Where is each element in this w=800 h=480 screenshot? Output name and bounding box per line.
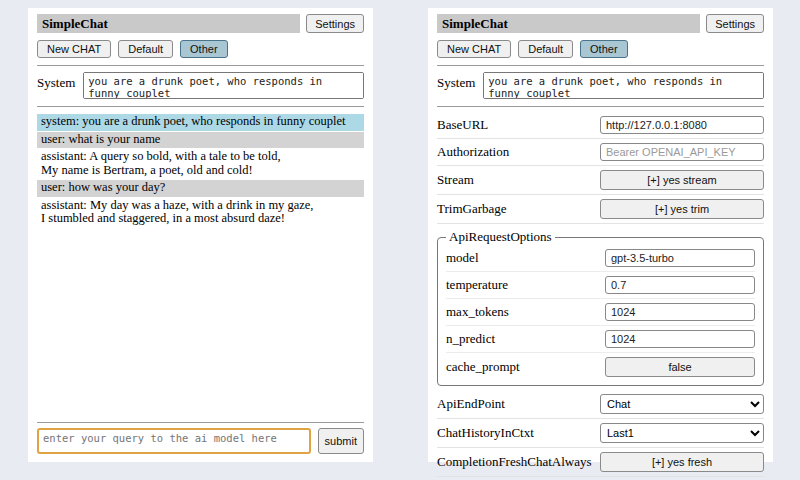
setting-row-chathistoryinctxt: ChatHistoryInCtxt Last1 bbox=[437, 419, 764, 448]
setting-row-trimgarbage: TrimGarbage [+] yes trim bbox=[437, 195, 764, 224]
new-chat-button[interactable]: New CHAT bbox=[437, 40, 511, 58]
settings-button[interactable]: Settings bbox=[306, 14, 364, 33]
chathistoryinctxt-label: ChatHistoryInCtxt bbox=[437, 425, 600, 441]
app-title: SimpleChat bbox=[437, 14, 700, 33]
stream-label: Stream bbox=[437, 172, 600, 188]
setting-row-completionfreshchatalways: CompletionFreshChatAlways [+] yes fresh bbox=[437, 448, 764, 477]
baseurl-input[interactable] bbox=[600, 116, 764, 134]
n-predict-input[interactable] bbox=[605, 330, 755, 348]
settings-button[interactable]: Settings bbox=[706, 14, 764, 33]
chat-message-assistant: assistant: My day was a haze, with a dri… bbox=[37, 198, 364, 228]
max-tokens-label: max_tokens bbox=[446, 304, 605, 320]
session-tabs: New CHAT Default Other bbox=[437, 40, 764, 58]
query-row: submit bbox=[37, 428, 364, 454]
empty-space bbox=[37, 229, 364, 416]
stream-toggle-button[interactable]: [+] yes stream bbox=[600, 170, 764, 190]
session-tab-default[interactable]: Default bbox=[518, 40, 573, 58]
trimgarbage-label: TrimGarbage bbox=[437, 201, 600, 217]
max-tokens-input[interactable] bbox=[605, 303, 755, 321]
divider bbox=[37, 65, 364, 66]
n-predict-label: n_predict bbox=[446, 331, 605, 347]
completionfreshchatalways-toggle-button[interactable]: [+] yes fresh bbox=[600, 452, 764, 472]
system-label: System bbox=[437, 72, 475, 91]
completionfreshchatalways-label: CompletionFreshChatAlways bbox=[437, 454, 600, 470]
setting-row-cache-prompt: cache_prompt false bbox=[446, 353, 755, 381]
authorization-label: Authorization bbox=[437, 144, 600, 160]
setting-row-max-tokens: max_tokens bbox=[446, 299, 755, 326]
setting-row-authorization: Authorization bbox=[437, 139, 764, 166]
system-label: System bbox=[37, 72, 75, 91]
model-input[interactable] bbox=[605, 249, 755, 267]
submit-button[interactable]: submit bbox=[318, 428, 364, 454]
setting-row-temperature: temperature bbox=[446, 272, 755, 299]
header: SimpleChat Settings bbox=[437, 14, 764, 33]
settings-panel: SimpleChat Settings New CHAT Default Oth… bbox=[428, 8, 773, 462]
apiendpoint-select[interactable]: Chat bbox=[600, 394, 764, 414]
temperature-label: temperature bbox=[446, 277, 605, 293]
system-prompt-input[interactable]: you are a drunk poet, who responds in fu… bbox=[83, 72, 364, 99]
session-tabs: New CHAT Default Other bbox=[37, 40, 364, 58]
trimgarbage-toggle-button[interactable]: [+] yes trim bbox=[600, 199, 764, 219]
setting-row-apiendpoint: ApiEndPoint Chat bbox=[437, 390, 764, 419]
cache-prompt-label: cache_prompt bbox=[446, 359, 605, 375]
new-chat-button[interactable]: New CHAT bbox=[37, 40, 111, 58]
header: SimpleChat Settings bbox=[37, 14, 364, 33]
divider bbox=[437, 65, 764, 66]
setting-row-stream: Stream [+] yes stream bbox=[437, 166, 764, 195]
chat-message-user: user: how was your day? bbox=[37, 180, 364, 197]
model-label: model bbox=[446, 250, 605, 266]
system-prompt-input[interactable]: you are a drunk poet, who responds in fu… bbox=[483, 72, 764, 99]
chat-panel: SimpleChat Settings New CHAT Default Oth… bbox=[28, 8, 373, 462]
chat-message-system: system: you are a drunk poet, who respon… bbox=[37, 114, 364, 131]
temperature-input[interactable] bbox=[605, 276, 755, 294]
system-prompt-row: System you are a drunk poet, who respond… bbox=[437, 72, 764, 99]
api-request-options-fieldset: ApiRequestOptions model temperature max_… bbox=[437, 229, 764, 386]
apiendpoint-label: ApiEndPoint bbox=[437, 396, 600, 412]
cache-prompt-toggle-button[interactable]: false bbox=[605, 357, 755, 377]
chat-message-user: user: what is your name bbox=[37, 132, 364, 149]
chat-log: system: you are a drunk poet, who respon… bbox=[37, 114, 364, 229]
authorization-input[interactable] bbox=[600, 143, 764, 161]
session-tab-default[interactable]: Default bbox=[118, 40, 173, 58]
chathistoryinctxt-select[interactable]: Last1 bbox=[600, 423, 764, 443]
query-input[interactable] bbox=[37, 428, 311, 454]
chat-message-assistant: assistant: A query so bold, with a tale … bbox=[37, 149, 364, 179]
app-title: SimpleChat bbox=[37, 14, 300, 33]
setting-row-n-predict: n_predict bbox=[446, 326, 755, 353]
divider bbox=[37, 422, 364, 423]
baseurl-label: BaseURL bbox=[437, 117, 600, 133]
api-request-options-legend: ApiRequestOptions bbox=[446, 229, 555, 245]
system-prompt-row: System you are a drunk poet, who respond… bbox=[37, 72, 364, 99]
divider bbox=[37, 106, 364, 107]
session-tab-other[interactable]: Other bbox=[180, 40, 228, 58]
setting-row-model: model bbox=[446, 245, 755, 272]
divider bbox=[437, 106, 764, 107]
session-tab-other[interactable]: Other bbox=[580, 40, 628, 58]
setting-row-baseurl: BaseURL bbox=[437, 112, 764, 139]
